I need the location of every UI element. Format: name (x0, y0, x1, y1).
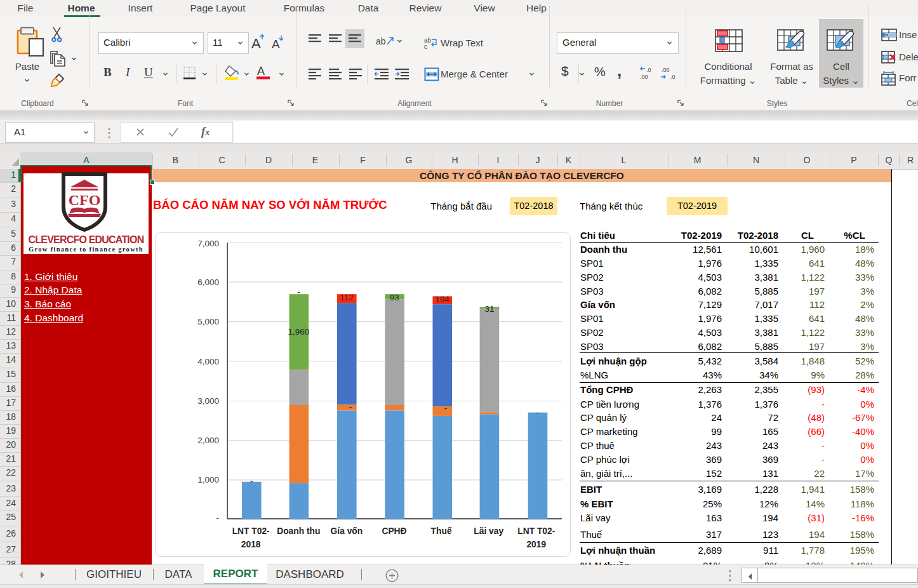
svg-text:ab: ab (376, 36, 386, 46)
svg-text:2018: 2018 (241, 540, 261, 549)
svg-text:.0: .0 (670, 74, 675, 80)
svg-text:-: - (250, 476, 253, 486)
svg-text:c: c (424, 43, 427, 50)
svg-text:A: A (272, 37, 280, 51)
svg-text:Doanh thu: Doanh thu (277, 526, 320, 536)
svg-text:.0: .0 (646, 67, 651, 73)
svg-text:-: - (297, 287, 300, 297)
svg-text:-: - (216, 513, 220, 523)
svg-text:.00: .00 (640, 74, 648, 80)
svg-text:112: 112 (340, 293, 354, 302)
svg-text:1,960: 1,960 (288, 327, 310, 337)
svg-text:A: A (251, 36, 261, 51)
svg-text:LNT T02-: LNT T02- (517, 526, 555, 536)
svg-text:1,000: 1,000 (197, 475, 219, 484)
svg-text:CPHĐ: CPHĐ (382, 526, 406, 536)
svg-text:93: 93 (390, 293, 399, 302)
svg-text:CFO: CFO (69, 192, 101, 208)
svg-text:Gía vốn: Gía vốn (331, 526, 363, 536)
svg-text:2019: 2019 (526, 540, 546, 549)
svg-text:194: 194 (435, 295, 449, 304)
svg-text:4,000: 4,000 (197, 357, 219, 366)
svg-text:-: - (349, 402, 352, 411)
svg-text:31: 31 (484, 304, 494, 314)
svg-text:-: - (444, 403, 448, 413)
svg-text:7,000: 7,000 (197, 239, 219, 248)
svg-text:6,000: 6,000 (197, 277, 219, 287)
svg-text:Thuế: Thuế (431, 526, 452, 536)
svg-text:.00: .00 (662, 67, 670, 73)
svg-text:3,000: 3,000 (197, 396, 219, 406)
svg-text:A: A (257, 65, 265, 77)
svg-text:Lãi vay: Lãi vay (474, 526, 503, 536)
svg-text:-: - (536, 408, 539, 417)
svg-text:5,000: 5,000 (197, 317, 219, 326)
svg-text:2,000: 2,000 (197, 436, 219, 445)
svg-text:LNT T02-: LNT T02- (232, 526, 270, 536)
